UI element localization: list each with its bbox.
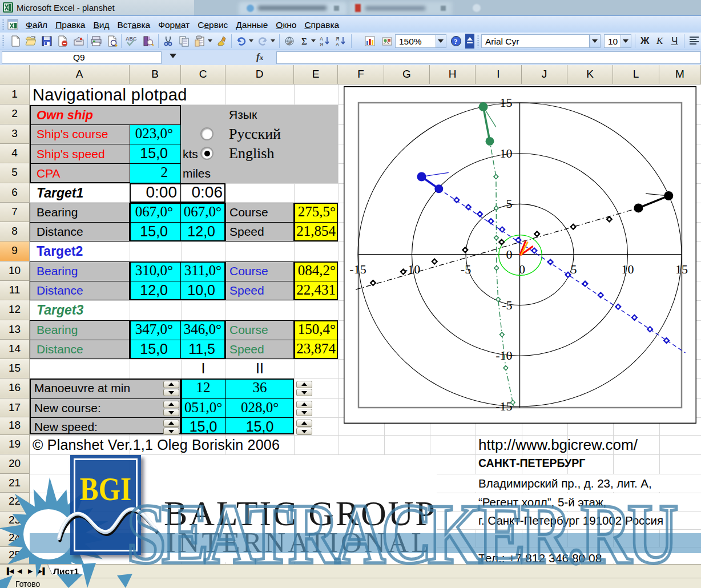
- svg-text:А: А: [336, 42, 339, 47]
- svg-text:Я: Я: [320, 42, 324, 47]
- svg-text:-10: -10: [404, 262, 420, 276]
- svg-text:10: 10: [622, 262, 634, 276]
- svg-text:10: 10: [500, 146, 513, 160]
- svg-text:5: 5: [571, 262, 577, 276]
- svg-text:Я: Я: [336, 36, 340, 42]
- svg-text:0: 0: [506, 247, 513, 261]
- svg-text:-5: -5: [461, 262, 471, 276]
- svg-text:-5: -5: [502, 298, 512, 312]
- svg-text:5: 5: [506, 196, 513, 211]
- svg-text:15: 15: [675, 262, 688, 276]
- svg-text:0: 0: [519, 262, 525, 276]
- svg-text:-15: -15: [349, 262, 366, 276]
- svg-text:-15: -15: [495, 399, 512, 413]
- svg-text:15: 15: [500, 95, 513, 110]
- svg-text:?: ?: [454, 37, 458, 46]
- svg-text:А: А: [320, 36, 323, 42]
- svg-text:Σ: Σ: [301, 36, 307, 47]
- svg-text:ABC: ABC: [126, 36, 137, 42]
